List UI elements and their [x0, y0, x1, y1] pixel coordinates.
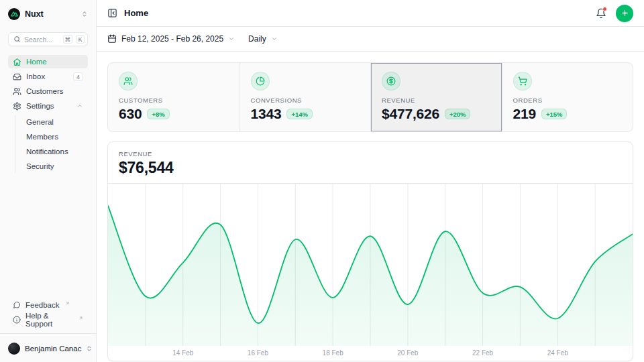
inbox-icon — [13, 72, 21, 81]
sidebar-item-label: Inbox — [26, 72, 45, 80]
sidebar-item-label: Home — [26, 58, 47, 66]
message-circle-icon — [13, 301, 21, 309]
sidebar-item-members[interactable]: Members — [23, 130, 88, 143]
pie-chart-icon — [251, 72, 270, 90]
stat-card-customers[interactable]: CUSTOMERS 630 +8% — [108, 63, 239, 131]
x-axis-tick-label: 16 Feb — [248, 349, 268, 357]
date-range-picker[interactable]: Feb 12, 2025 - Feb 26, 2025 — [107, 34, 235, 44]
sidebar-item-general[interactable]: General — [23, 115, 88, 129]
gear-icon — [13, 102, 21, 111]
page-title: Home — [124, 8, 148, 18]
sidebar-item-label: Customers — [26, 87, 64, 95]
panel-left-close-icon — [107, 8, 117, 18]
chevron-up-icon — [76, 103, 83, 109]
sidebar-item-settings[interactable]: Settings — [8, 99, 88, 113]
workspace-switcher[interactable]: Nuxt — [8, 7, 88, 21]
main-area: Home Feb 12, 2025 - Feb 26, 2025 — [97, 0, 644, 362]
notifications-button[interactable] — [596, 8, 606, 19]
chevron-down-icon — [228, 36, 235, 42]
x-axis-tick-label: 20 Feb — [397, 349, 418, 357]
add-button[interactable] — [616, 5, 633, 22]
sidebar: Nuxt Search... ⌘ K Home Inbox 4 — [0, 0, 97, 362]
nuxt-logo-icon — [8, 8, 20, 20]
revenue-chart-svg — [108, 184, 633, 346]
shopping-cart-icon — [513, 72, 532, 90]
chevrons-up-down-icon — [86, 345, 93, 352]
x-axis-tick-label: 22 Feb — [472, 349, 493, 357]
inbox-count-badge: 4 — [73, 72, 83, 81]
sub-item-label: General — [26, 118, 54, 126]
footer-link-label: Feedback — [25, 301, 60, 309]
chevrons-up-down-icon — [81, 11, 88, 17]
stat-delta-badge: +15% — [541, 109, 568, 119]
house-icon — [13, 58, 21, 66]
sidebar-footer: Feedback Help & Support Benjamin Canac — [8, 298, 88, 357]
sidebar-item-security[interactable]: Security — [23, 160, 88, 173]
stat-value: 1343 — [251, 106, 282, 122]
users-icon — [13, 87, 21, 96]
sidebar-item-customers[interactable]: Customers — [8, 84, 88, 98]
revenue-chart-card: REVENUE $76,544 14 Feb16 Feb18 Feb20 Feb… — [107, 141, 633, 361]
plus-icon — [621, 9, 629, 17]
kbd-meta: ⌘ — [63, 35, 73, 44]
sidebar-item-label: Settings — [26, 102, 54, 110]
users-icon — [119, 72, 138, 90]
x-axis-labels: 14 Feb16 Feb18 Feb20 Feb22 Feb24 Feb — [108, 345, 633, 361]
stat-delta-badge: +8% — [147, 109, 169, 119]
x-axis-tick-label: 18 Feb — [323, 349, 343, 357]
stat-delta-badge: +14% — [286, 109, 313, 119]
user-name: Benjamin Canac — [25, 345, 81, 353]
search-placeholder: Search... — [24, 36, 60, 44]
sub-item-label: Members — [26, 133, 58, 141]
interval-value: Daily — [248, 34, 266, 44]
stat-label: CUSTOMERS — [119, 97, 229, 104]
calendar-icon — [107, 34, 117, 44]
date-range-value: Feb 12, 2025 - Feb 26, 2025 — [121, 34, 223, 44]
chart-metric-value: $76,544 — [119, 159, 622, 177]
stat-label: REVENUE — [382, 97, 491, 104]
arrow-up-right-icon — [65, 301, 70, 306]
interval-select[interactable]: Daily — [248, 34, 278, 44]
search-icon — [13, 36, 21, 43]
feedback-link[interactable]: Feedback — [8, 298, 88, 312]
chart-plot-area[interactable] — [108, 183, 633, 345]
chevron-down-icon — [271, 36, 278, 42]
sub-item-label: Security — [26, 162, 54, 170]
chart-metric-label: REVENUE — [119, 150, 622, 158]
workspace-name: Nuxt — [25, 9, 44, 19]
sub-item-label: Notifications — [26, 147, 68, 156]
stat-value: 219 — [513, 106, 536, 122]
search-input[interactable]: Search... ⌘ K — [8, 32, 88, 46]
stat-value: $477,626 — [382, 106, 439, 122]
sidebar-divider — [0, 333, 96, 334]
kbd-key: K — [76, 35, 85, 44]
settings-subnav: General Members Notifications Security — [15, 115, 88, 173]
circle-dollar-sign-icon — [382, 72, 400, 90]
chart-header: REVENUE $76,544 — [108, 142, 633, 183]
x-axis-tick-label: 14 Feb — [172, 349, 193, 357]
topbar: Home — [97, 0, 644, 27]
sidebar-item-inbox[interactable]: Inbox 4 — [8, 70, 88, 83]
notification-dot — [602, 7, 607, 11]
stat-value: 630 — [119, 106, 142, 122]
sidebar-nav: Home Inbox 4 Customers Settings Genera — [8, 55, 88, 173]
user-menu[interactable]: Benjamin Canac — [8, 341, 88, 357]
stat-card-orders[interactable]: ORDERS 219 +15% — [502, 63, 633, 131]
stats-panel: CUSTOMERS 630 +8% CONVERSIONS 1343 +14% — [107, 62, 633, 132]
filter-toolbar: Feb 12, 2025 - Feb 26, 2025 Daily — [97, 27, 644, 52]
sidebar-item-notifications[interactable]: Notifications — [23, 145, 88, 158]
stat-label: CONVERSIONS — [251, 97, 360, 104]
avatar — [8, 343, 20, 355]
footer-link-label: Help & Support — [25, 312, 73, 328]
stat-delta-badge: +20% — [445, 109, 471, 119]
topbar-actions — [596, 5, 633, 22]
info-circle-icon — [13, 316, 21, 324]
stat-card-revenue[interactable]: REVENUE $477,626 +20% — [370, 63, 502, 131]
help-support-link[interactable]: Help & Support — [8, 313, 88, 326]
stat-card-conversions[interactable]: CONVERSIONS 1343 +14% — [239, 63, 371, 131]
x-axis-tick-label: 24 Feb — [547, 349, 568, 357]
sidebar-item-home[interactable]: Home — [8, 55, 88, 68]
collapse-sidebar-button[interactable] — [107, 8, 117, 18]
arrow-up-right-icon — [78, 316, 83, 320]
stat-label: ORDERS — [513, 97, 623, 104]
